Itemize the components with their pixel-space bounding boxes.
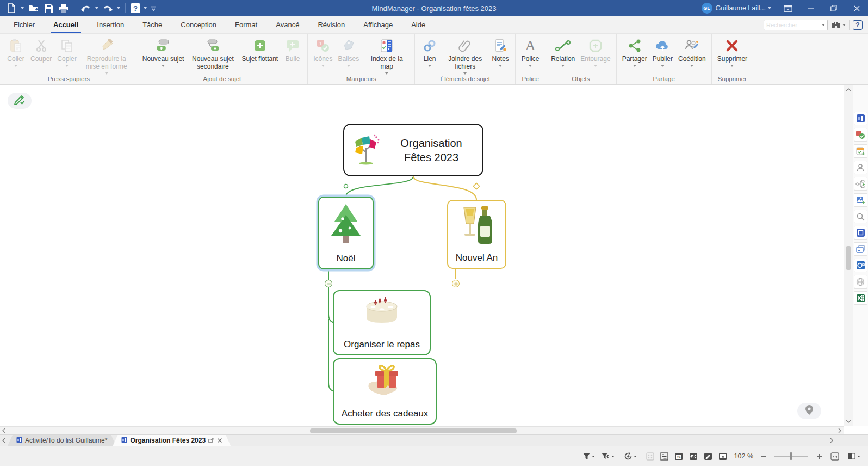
detach-tab-icon[interactable]: [208, 437, 214, 444]
close-tab-icon[interactable]: [218, 437, 222, 444]
link-button[interactable]: Lien: [418, 35, 442, 67]
sidebar-item-windows-panel[interactable]: [854, 242, 867, 256]
topic-organiser-le-repas[interactable]: Organiser le repas: [333, 290, 431, 355]
sidebar-item-map-parts-panel[interactable]: [854, 177, 867, 191]
sidebar-item-excel-panel[interactable]: [854, 291, 867, 305]
scroll-left-icon[interactable]: [0, 427, 8, 434]
sidebar-item-web-panel[interactable]: [854, 275, 867, 289]
publish-button[interactable]: Publier: [650, 35, 675, 67]
power-filter-button[interactable]: [601, 452, 615, 460]
scroll-up-icon[interactable]: [844, 87, 853, 93]
shuffle-button[interactable]: [646, 452, 654, 461]
sidebar-item-images-panel[interactable]: [854, 193, 867, 207]
central-topic[interactable]: Organisation Fêtes 2023: [343, 124, 483, 176]
icons-button[interactable]: 1 Icônes: [311, 35, 335, 67]
tab-fichier[interactable]: Fichier: [4, 16, 44, 33]
tab-avance[interactable]: Avancé: [266, 16, 308, 33]
attach-files-button[interactable]: Joindre des fichiers: [442, 35, 488, 75]
horizontal-scroll-thumb[interactable]: [310, 428, 517, 433]
vertical-scroll-thumb[interactable]: [846, 246, 851, 270]
locate-map-button[interactable]: [797, 403, 821, 419]
font-button[interactable]: A Police: [518, 35, 542, 67]
print-icon[interactable]: [58, 2, 70, 14]
panel-toggle-button[interactable]: [847, 452, 860, 460]
refresh-map-button[interactable]: [624, 452, 637, 461]
zoom-slider-handle[interactable]: [790, 452, 792, 460]
new-topic-button[interactable]: Nouveau sujet: [140, 35, 187, 67]
redo-icon[interactable]: [102, 2, 114, 14]
tags-button[interactable]: Balises: [336, 35, 362, 67]
paste-button[interactable]: Coller: [4, 35, 28, 67]
vertical-scrollbar[interactable]: [844, 85, 853, 426]
relationship-button[interactable]: Relation: [548, 35, 578, 67]
new-file-icon[interactable]: [5, 2, 17, 14]
customize-qat-icon[interactable]: [150, 2, 157, 14]
map-index-button[interactable]: Index de la map: [362, 35, 412, 75]
sidebar-item-search-panel[interactable]: [854, 210, 867, 223]
filter-button[interactable]: [582, 452, 595, 460]
share-button[interactable]: Partager: [619, 35, 650, 67]
zoom-slider[interactable]: [774, 456, 808, 457]
sidebar-item-outlook-panel[interactable]: [854, 259, 867, 272]
edit-status-button[interactable]: [8, 93, 32, 109]
scroll-down-icon[interactable]: [844, 419, 853, 424]
undo-chevron-icon[interactable]: [95, 7, 98, 9]
scroll-right-icon[interactable]: [836, 427, 844, 434]
delete-button[interactable]: Supprimer: [715, 35, 750, 67]
export-view-button[interactable]: [718, 452, 727, 461]
horizontal-scrollbar[interactable]: [0, 426, 844, 434]
topic-nouvel-an[interactable]: Nouvel An: [447, 200, 506, 269]
search-chevron-icon[interactable]: [822, 24, 825, 26]
collapse-toggle[interactable]: [325, 280, 332, 287]
minimize-button[interactable]: [799, 0, 822, 16]
dashboard-view-button[interactable]: [689, 452, 698, 461]
topic-noel[interactable]: Noël: [318, 197, 374, 269]
coediting-button[interactable]: Coédition: [675, 35, 709, 67]
find-chevron-icon[interactable]: [842, 24, 846, 26]
zoom-in-button[interactable]: [816, 453, 822, 459]
tab-accueil[interactable]: Accueil: [44, 16, 88, 33]
avatar[interactable]: GL: [702, 3, 712, 14]
help-chevron-icon[interactable]: [144, 7, 147, 9]
help-button[interactable]: ?: [853, 20, 863, 30]
sidebar-item-mindmanager-panel[interactable]: [854, 112, 867, 125]
save-icon[interactable]: [42, 2, 54, 14]
document-tab-organisation[interactable]: Organisation Fêtes 2023: [113, 435, 231, 446]
boundary-button[interactable]: Entourage: [578, 35, 613, 67]
sidebar-item-task-info-panel[interactable]: [854, 144, 867, 158]
tab-scroll-right-icon[interactable]: [828, 435, 835, 446]
sidebar-item-resources-panel[interactable]: [854, 161, 867, 174]
find-icon[interactable]: [831, 21, 846, 29]
format-painter-button[interactable]: Reproduire la mise en forme: [79, 35, 134, 75]
tab-insertion[interactable]: Insertion: [88, 16, 133, 33]
tab-affichage[interactable]: Affichage: [354, 16, 402, 33]
sidebar-item-markers-panel[interactable]: [854, 128, 867, 142]
user-name[interactable]: Guillaume Laill...: [716, 4, 766, 12]
fit-map-button[interactable]: [830, 452, 839, 461]
tab-revision[interactable]: Révision: [308, 16, 354, 33]
new-file-chevron-icon[interactable]: [21, 7, 24, 9]
user-chevron-icon[interactable]: [768, 7, 771, 9]
expand-toggle[interactable]: [452, 280, 460, 287]
restore-button[interactable]: [822, 0, 845, 16]
new-subtopic-button[interactable]: Nouveau sujet secondaire: [187, 35, 239, 71]
cut-button[interactable]: Couper: [28, 35, 54, 63]
copy-button[interactable]: Copier: [54, 35, 79, 67]
zoom-level[interactable]: 102 %: [734, 452, 753, 460]
redo-chevron-icon[interactable]: [117, 7, 120, 9]
document-tab-activite[interactable]: Activité/To do list Guillaume*: [8, 435, 116, 446]
close-button[interactable]: [845, 0, 868, 16]
outline-view-button[interactable]: [660, 452, 668, 461]
tab-tache[interactable]: Tâche: [133, 16, 171, 33]
help-icon[interactable]: ?: [131, 3, 140, 13]
tab-aide[interactable]: Aide: [402, 16, 435, 33]
tab-scroll-left-icon[interactable]: [0, 435, 8, 446]
tab-format[interactable]: Format: [226, 16, 266, 33]
floating-topic-button[interactable]: Sujet flottant: [239, 35, 281, 63]
notes-button[interactable]: Notes: [488, 35, 512, 67]
search-box[interactable]: [764, 20, 828, 30]
callout-button[interactable]: Bulle: [281, 35, 305, 63]
tag-view-button[interactable]: [704, 452, 712, 461]
sidebar-item-snapshot-panel[interactable]: [854, 226, 867, 240]
open-file-icon[interactable]: [27, 2, 39, 14]
